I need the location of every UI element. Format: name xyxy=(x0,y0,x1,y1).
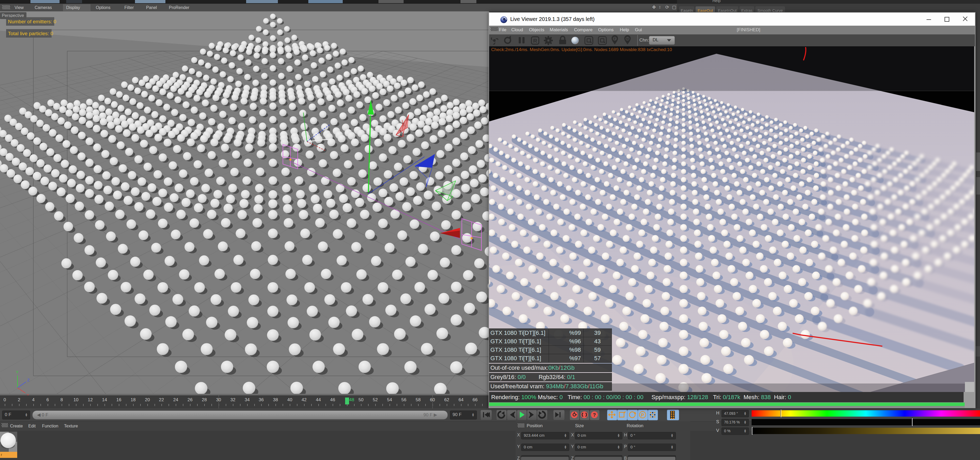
svg-text:26: 26 xyxy=(188,397,192,402)
svg-text:36: 36 xyxy=(259,397,264,402)
svg-text:44: 44 xyxy=(316,397,321,402)
svg-text:42: 42 xyxy=(302,397,307,402)
svg-text:Z: Z xyxy=(27,378,30,382)
svg-text:54: 54 xyxy=(387,397,392,402)
svg-text:46: 46 xyxy=(330,397,335,402)
svg-text:R: R xyxy=(533,38,537,44)
svg-text:12: 12 xyxy=(88,397,93,402)
svg-text:X: X xyxy=(27,393,29,395)
svg-text:0: 0 xyxy=(3,397,6,402)
svg-text:M: M xyxy=(626,37,629,41)
svg-text:52: 52 xyxy=(373,397,378,402)
svg-text:64: 64 xyxy=(459,397,464,402)
svg-text:38: 38 xyxy=(273,397,278,402)
svg-text:24: 24 xyxy=(173,397,178,402)
svg-text:6: 6 xyxy=(46,397,49,402)
svg-text:66: 66 xyxy=(473,397,478,402)
svg-text:34: 34 xyxy=(245,397,250,402)
svg-text:50: 50 xyxy=(359,397,364,402)
svg-text:8: 8 xyxy=(60,397,63,402)
svg-text:F: F xyxy=(614,37,616,41)
svg-text:28: 28 xyxy=(202,397,207,402)
svg-text:10: 10 xyxy=(73,397,79,402)
svg-text:Y: Y xyxy=(16,370,19,374)
svg-text:58: 58 xyxy=(416,397,421,402)
svg-text:?: ? xyxy=(593,412,596,418)
svg-text:4: 4 xyxy=(32,397,34,402)
svg-text:2: 2 xyxy=(18,397,20,402)
svg-text:62: 62 xyxy=(444,397,449,402)
svg-text:22: 22 xyxy=(159,397,164,402)
svg-text:20: 20 xyxy=(145,397,150,402)
svg-text:32: 32 xyxy=(231,397,235,402)
svg-text:18: 18 xyxy=(131,397,136,402)
svg-text:48: 48 xyxy=(349,397,354,402)
svg-text:14: 14 xyxy=(102,397,107,402)
svg-text:56: 56 xyxy=(401,397,407,402)
svg-text:16: 16 xyxy=(116,397,121,402)
svg-text:P: P xyxy=(641,412,644,418)
svg-text:40: 40 xyxy=(287,397,293,402)
